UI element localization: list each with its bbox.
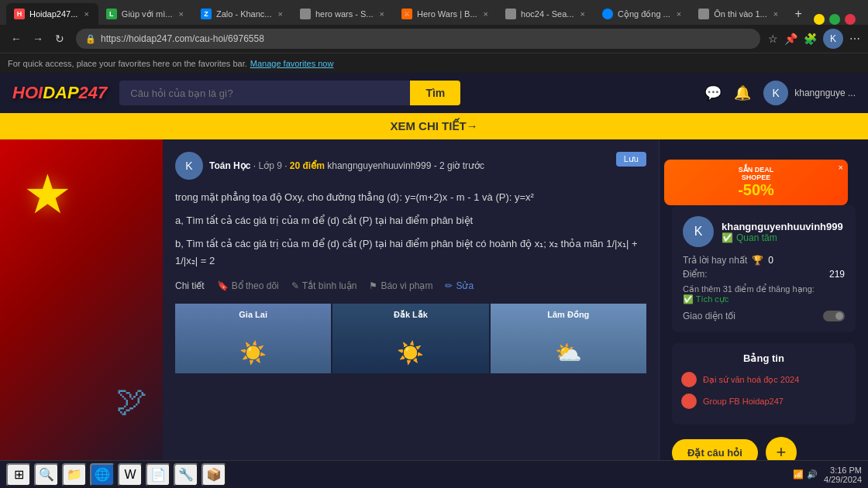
profile-avatar: K <box>683 216 714 247</box>
url-bar[interactable]: 🔒 https://hoidap247.com/cau-hoi/6976558 <box>76 29 760 49</box>
tab-close-5[interactable]: × <box>482 9 490 19</box>
tab-close-3[interactable]: × <box>277 9 284 19</box>
system-icons: 📶 🔊 <box>793 469 818 479</box>
tab-close-2[interactable]: × <box>177 9 185 19</box>
taskbar: ⊞ 🔍 📁 🌐 W 📄 🔧 📦 📶 🔊 3:16 PM 4/29/2024 <box>0 460 868 488</box>
tab-close-8[interactable]: × <box>772 9 780 19</box>
search-bar: Tìm <box>119 81 460 105</box>
points-row: Điểm: 219 <box>683 269 845 280</box>
right-sidebar: × SẮN DEAL SHOPEE -50% K khangnguyenhuuv… <box>659 139 868 480</box>
avatar: K <box>763 81 788 105</box>
report-action[interactable]: ⚑ Báo vi phạm <box>369 280 432 291</box>
taskbar-word[interactable]: W <box>118 463 143 486</box>
address-bar: ← → ↻ 🔒 https://hoidap247.com/cau-hoi/69… <box>0 25 868 53</box>
question-body: trong mặt phẳng tọa độ Oxy, cho đường th… <box>175 189 646 270</box>
news-item-2[interactable]: Group FB Hoidap247 <box>681 393 846 409</box>
weather-card-lamdong[interactable]: Lâm Đồng ⛅ <box>491 304 646 373</box>
browser-chrome: H Hoidap247... × L Giúp với mì... × Z Za… <box>0 0 868 73</box>
tab-hoc24[interactable]: hoc24 - Sea... × <box>498 3 594 25</box>
positive-badge: ✅ Tích cực <box>683 294 845 304</box>
tab-close[interactable]: × <box>82 9 90 19</box>
mute-action[interactable]: ✎ Tắt bình luận <box>291 280 357 291</box>
star-icon[interactable]: ☆ <box>768 33 778 45</box>
left-decoration: ★ 🕊 <box>0 139 163 480</box>
promo-banner[interactable]: XEM CHI TIẾT→ <box>0 113 868 139</box>
detail-action[interactable]: Chi tiết <box>175 280 205 291</box>
tab-onthi[interactable]: Ôn thi vào 1... × <box>691 3 787 25</box>
ambassador-icon <box>681 372 697 387</box>
profile-card: K khangnguyenhuuvinh999 ✅ Quan tâm Trả l… <box>672 205 856 332</box>
tab-herowars-s[interactable]: hero wars - S... × <box>292 3 394 25</box>
site-logo: HOIDAP247 <box>12 83 107 103</box>
question-meta: Toán Học · Lớp 9 · 20 điểm khangnguyenhu… <box>209 160 484 171</box>
search-button[interactable]: Tìm <box>410 81 460 105</box>
favorites-bar: For quick access, place your favorites h… <box>0 53 868 73</box>
tab-close-7[interactable]: × <box>675 9 683 19</box>
sun-icon-daklak: ☀️ <box>397 340 424 366</box>
save-button[interactable]: Lưu <box>616 152 646 167</box>
sun-icon-lamdong: ⛅ <box>555 340 582 366</box>
question-header: K Toán Học · Lớp 9 · 20 điểm khangnguyen… <box>175 152 646 180</box>
settings-icon[interactable]: ⋯ <box>849 33 860 45</box>
forward-button[interactable]: → <box>29 30 46 47</box>
edit-icon: ✏ <box>445 280 453 291</box>
bang-tin: Bảng tin Đại sứ văn hoá đọc 2024 Group F… <box>672 343 856 424</box>
follow-button[interactable]: ✅ Quan tâm <box>722 232 843 243</box>
question-actions: Chi tiết 🔖 Bổ theo dõi ✎ Tắt bình luận ⚑… <box>175 280 646 291</box>
taskbar-files[interactable]: 📁 <box>62 463 87 486</box>
positive-icon: ✅ <box>683 294 694 304</box>
page-content: HOIDAP247 Tìm 💬 🔔 K khangnguye ... XEM C… <box>0 73 868 480</box>
site-header: HOIDAP247 Tìm 💬 🔔 K khangnguye ... <box>0 73 868 113</box>
taskbar-app2[interactable]: 📦 <box>202 463 226 486</box>
profile-header: K khangnguyenhuuvinh999 ✅ Quan tâm <box>683 216 845 247</box>
bang-tin-title: Bảng tin <box>681 352 846 364</box>
volume-icon: 🔊 <box>807 469 818 479</box>
group-icon <box>681 393 697 409</box>
flag-icon: ⚑ <box>369 280 377 291</box>
tab-herowars-b[interactable]: ⚔ Hero Wars | B... × <box>394 3 498 25</box>
sale-badge: × SẮN DEAL SHOPEE -50% <box>664 160 848 205</box>
rank-info: Cần thêm 31 điểm để thăng hạng: ✅ Tích c… <box>683 284 845 304</box>
tab-hoidap247[interactable]: H Hoidap247... × <box>6 3 98 25</box>
main-layout: ★ 🕊 Lưu K Toán Học · Lớp 9 · 20 điểm kha… <box>0 139 868 480</box>
taskbar-search[interactable]: 🔍 <box>34 463 59 486</box>
weather-card-daklak[interactable]: Đắk Lắk ☀️ <box>332 304 488 373</box>
collections-icon[interactable]: 📌 <box>784 33 797 45</box>
news-item-1[interactable]: Đại sứ văn hoá đọc 2024 <box>681 372 846 387</box>
sale-close-icon[interactable]: × <box>839 163 843 172</box>
user-menu[interactable]: K khangnguye ... <box>763 81 856 105</box>
new-tab-button[interactable]: + <box>787 3 809 25</box>
reload-button[interactable]: ↻ <box>51 30 68 47</box>
extensions-icon[interactable]: 🧩 <box>804 33 817 45</box>
dark-mode-toggle[interactable] <box>823 311 845 321</box>
manage-favorites-link[interactable]: Manage favorites now <box>250 59 334 68</box>
taskbar-app1[interactable]: 🔧 <box>174 463 198 486</box>
tab-zalo[interactable]: Z Zalo - Khanc... × <box>193 3 292 25</box>
taskbar-edge[interactable]: 🌐 <box>90 463 115 486</box>
sun-icon-gialai: ☀️ <box>239 340 267 366</box>
tab-giup[interactable]: L Giúp với mì... × <box>98 3 193 25</box>
weather-card-gialai[interactable]: Gia Lai ☀️ <box>175 304 331 373</box>
tab-close-4[interactable]: × <box>378 9 386 19</box>
search-input[interactable] <box>119 81 410 105</box>
close-button[interactable] <box>845 14 856 25</box>
tabs-row: H Hoidap247... × L Giúp với mì... × Z Za… <box>0 0 868 25</box>
notification-icon[interactable]: 🔔 <box>734 84 751 101</box>
tab-congdong[interactable]: Cộng đồng ... × <box>594 3 691 25</box>
back-button[interactable]: ← <box>8 30 25 47</box>
follow-action[interactable]: 🔖 Bổ theo dõi <box>217 280 279 291</box>
start-button[interactable]: ⊞ <box>6 463 31 486</box>
tab-close-6[interactable]: × <box>579 9 587 19</box>
edit-action[interactable]: ✏ Sửa <box>445 280 474 291</box>
best-answer-row: Trả lời hay nhất 🏆 0 <box>683 255 845 266</box>
chat-icon[interactable]: 💬 <box>704 84 722 101</box>
taskbar-doc[interactable]: 📄 <box>146 463 170 486</box>
question-area: Lưu K Toán Học · Lớp 9 · 20 điểm khangng… <box>163 139 659 480</box>
maximize-button[interactable] <box>829 14 840 25</box>
trophy-icon: 🏆 <box>752 255 763 266</box>
star-decoration: ★ <box>23 163 72 226</box>
bird-decoration: 🕊 <box>116 383 147 418</box>
profile-icon[interactable]: K <box>823 29 843 49</box>
check-icon: ✅ <box>722 232 733 243</box>
minimize-button[interactable] <box>814 14 825 25</box>
